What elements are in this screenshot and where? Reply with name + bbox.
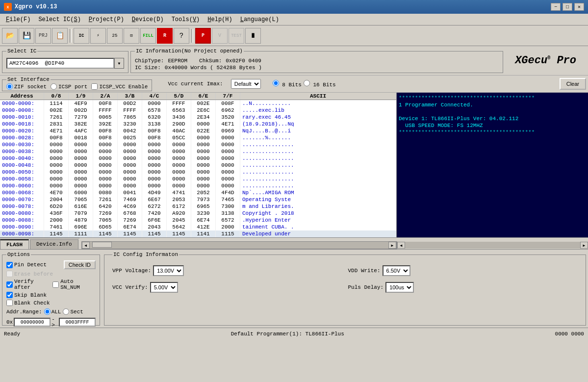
toolbar-save[interactable]: 💾	[19, 28, 34, 44]
toolbar-info[interactable]: PRJ	[35, 28, 51, 44]
menu-select-ic[interactable]: Select IC(S)	[34, 15, 84, 24]
zif-socket-option[interactable]: ZIF socket	[6, 83, 47, 90]
icsp-vcc-option[interactable]: ICSP_VCC Enable	[91, 83, 148, 90]
16bit-option[interactable]: 16 Bits	[304, 80, 336, 88]
menu-device[interactable]: Device(D)	[128, 15, 168, 24]
header-3b: 3/B	[118, 93, 142, 100]
toolbar-erase[interactable]: ⊡	[124, 28, 139, 44]
vpp-voltage-item: VPP Voltage: 13.00V	[112, 265, 342, 276]
tab-flash[interactable]: FLASH	[0, 239, 29, 249]
console-scroll-left[interactable]: ◀	[397, 242, 405, 249]
addr-to-input[interactable]	[59, 318, 96, 327]
title-bar: X Xgpro v10.13 − □ ✕	[0, 0, 588, 14]
pin-detect-option[interactable]: Pin Detect	[6, 262, 47, 268]
toolbar-prog[interactable]: 25	[107, 28, 123, 44]
scroll-track-h	[90, 242, 388, 249]
menu-tools[interactable]: Tools(V)	[168, 15, 204, 24]
toolbar-program-red[interactable]: P	[195, 28, 211, 44]
interface-row: Set Interface ZIF socket ICSP port ICSP_…	[0, 75, 588, 93]
minimize-button[interactable]: −	[551, 3, 561, 11]
ic-info-title: IC Information(No Project opened)	[135, 48, 244, 54]
vcc-verify-select[interactable]: 5.00V	[150, 282, 178, 293]
xgecu-logo: XGecu® Pro	[505, 48, 586, 73]
app-icon: X	[4, 3, 12, 11]
select-ic-group: Select IC ▼	[2, 48, 128, 73]
table-row: 0000-0030: 0000 0000 0000 0000 0000 0000…	[0, 141, 396, 148]
hex-body[interactable]: 0000-0000: 1114 4EF9 00F8 00D2 0000 FFFF…	[0, 100, 396, 237]
interface-group: Set Interface ZIF socket ICSP port ICSP_…	[2, 76, 152, 91]
menu-project[interactable]: Project(P)	[85, 15, 128, 24]
verify-after-option[interactable]: Verify after	[6, 279, 52, 290]
8bit-option[interactable]: 8 Bits	[273, 80, 302, 88]
scroll-left-arrow[interactable]: ◀	[82, 242, 90, 249]
puls-delay-select[interactable]: 100us	[385, 282, 414, 293]
close-button[interactable]: ✕	[574, 3, 584, 11]
addr-all-option[interactable]: ALL	[44, 308, 61, 315]
console-line: Device 1: TL866II-Plus Ver: 04.02.112	[399, 115, 586, 122]
header-4c: 4/C	[142, 93, 167, 100]
toolbar-edit[interactable]: 📋	[52, 28, 68, 44]
config-grid: VPP Voltage: 13.00V VDD Write: 6.50V VCC…	[112, 265, 578, 293]
vcc-combo[interactable]: Default	[231, 79, 261, 89]
auto-sn-option[interactable]: Auto SN_NUM	[52, 279, 96, 290]
toolbar-open[interactable]: 📂	[2, 28, 18, 44]
tab-device-info[interactable]: Device.Info	[30, 239, 78, 249]
skip-blank-option[interactable]: Skip Blank	[6, 292, 96, 298]
title-bar-controls: − □ ✕	[551, 3, 584, 11]
table-row: 0000-0080: 436F 7079 7269 6768 7420 A920…	[0, 210, 396, 217]
toolbar-ic[interactable]: IC	[74, 28, 89, 44]
addr-from-input[interactable]	[14, 318, 51, 327]
toolbar-test[interactable]: TEST	[229, 28, 244, 44]
clear-button[interactable]: Clear	[560, 78, 586, 90]
header-7f: 7/F	[216, 93, 240, 100]
toolbar-fill[interactable]: FILL	[140, 28, 156, 44]
console-line	[399, 108, 586, 115]
ic-info-group: IC Information(No Project opened) ChipTy…	[130, 48, 503, 73]
ic-input[interactable]	[6, 58, 114, 69]
icsp-port-option[interactable]: ICSP port	[51, 83, 87, 90]
header-6e: 6/E	[191, 93, 216, 100]
addr-arrow: ->	[51, 316, 58, 328]
blank-check-option[interactable]: Blank Check	[6, 300, 96, 306]
scroll-right-arrow[interactable]: ▶	[388, 242, 396, 249]
toolbar-bar[interactable]: ▐▌	[245, 28, 261, 44]
addr-sect-option[interactable]: Sect	[63, 308, 83, 315]
status-center: Default Programmer(1): TL866II-Plus	[231, 331, 344, 337]
toolbar-chip[interactable]: ⚡	[90, 28, 106, 44]
maximize-button[interactable]: □	[562, 3, 572, 11]
console-scroll-right[interactable]: ▶	[580, 242, 588, 249]
table-row: 0000-0000: 1114 4EF9 00F8 00D2 0000 FFFF…	[0, 100, 396, 107]
menu-language[interactable]: Language(L)	[236, 15, 283, 24]
chksum-label: ChkSum:	[199, 58, 222, 64]
hex-horizontal-scrollbar[interactable]: ◀ ▶	[81, 241, 397, 249]
header-2a: 2/A	[93, 93, 118, 100]
scroll-thumb-h[interactable]	[92, 242, 112, 248]
select-ic-combo: ▼	[6, 58, 124, 69]
menu-help[interactable]: Help(H)	[204, 15, 236, 24]
bit-radio-group: 8 Bits 16 Bits	[273, 80, 336, 88]
ic-size-label: IC Size:	[135, 65, 161, 71]
vcc-verify-label: VCC Verify:	[112, 284, 148, 290]
toolbar-verify[interactable]: V	[212, 28, 228, 44]
erase-before-option[interactable]: Erase before	[6, 271, 96, 277]
ic-size-value: 0x40000 Words ( 524288 Bytes )	[165, 65, 262, 71]
check-id-button[interactable]: Check ID	[64, 260, 96, 269]
status-right: 0000 0000	[555, 331, 584, 337]
table-row: 0000-0098: 1145 1111 1145 1145 1145 1145…	[0, 230, 396, 237]
select-ic-label: Select IC	[6, 48, 37, 54]
toolbar-read[interactable]: R	[157, 28, 173, 44]
menu-file[interactable]: File(F)	[2, 15, 34, 24]
chip-type-value: EEPROM	[168, 58, 187, 64]
table-row: 0000-0038: 0000 0000 0000 0000 0000 0000…	[0, 148, 396, 155]
console-scrollbar-h: ◀ ▶	[397, 242, 588, 249]
vpp-voltage-select[interactable]: 13.00V	[153, 265, 184, 276]
ic-dropdown-arrow[interactable]: ▼	[114, 58, 124, 69]
toolbar-help[interactable]: ?	[174, 28, 189, 44]
vdd-write-select[interactable]: 6.50V	[383, 265, 410, 276]
table-row: 0000-0070: 2004 7065 7261 7469 6E67 2053…	[0, 196, 396, 203]
puls-label: Puls Delay:	[348, 284, 384, 290]
vcc-label: Vcc current Imax:	[168, 81, 223, 87]
table-row: 0000-0010: 7261 7279 0065 7865 6320 3436…	[0, 114, 396, 121]
console-line: ****************************************…	[399, 95, 586, 102]
ic-info-size-row: IC Size: 0x40000 Words ( 524288 Bytes )	[135, 65, 499, 71]
